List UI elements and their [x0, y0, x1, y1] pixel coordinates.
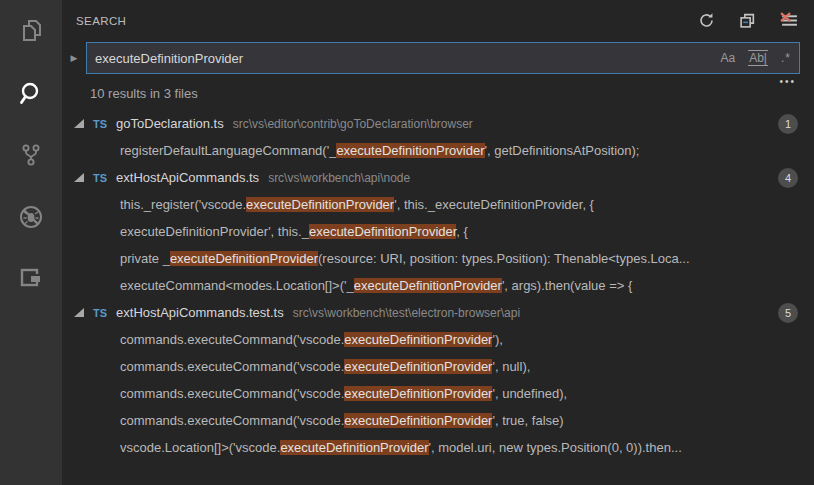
match-result-row[interactable]: commands.executeCommand('vscode.executeD… — [62, 326, 814, 353]
match-result-row[interactable]: vscode.Location[]>('vscode.executeDefini… — [62, 434, 814, 461]
match-result-row[interactable]: private _executeDefinitionProvider(resou… — [62, 245, 814, 272]
toggle-replace-chevron[interactable]: ▶ — [62, 42, 86, 74]
match-line-text: vscode.Location[]>('vscode.executeDefini… — [120, 440, 682, 455]
match-highlight: executeDefinitionProvider — [170, 251, 318, 266]
files-icon — [17, 17, 45, 45]
match-count-badge: 4 — [778, 168, 798, 188]
typescript-file-icon: TS — [93, 307, 107, 319]
summary-row: 10 results in 3 files ••• — [62, 74, 814, 106]
match-line-text: registerDefaultLanguageCommand('_execute… — [120, 143, 639, 158]
match-line-text: commands.executeCommand('vscode.executeD… — [120, 386, 567, 401]
match-case-icon[interactable]: Aa — [721, 52, 736, 64]
match-highlight: executeDefinitionProvider — [344, 386, 492, 401]
panel-title: SEARCH — [76, 15, 698, 27]
activity-bar — [0, 0, 62, 485]
sidebar-item-debug[interactable] — [0, 186, 62, 248]
search-results-tree: TSgoToDeclaration.tssrc\vs\editor\contri… — [62, 110, 814, 461]
match-highlight: executeDefinitionProvider — [309, 224, 456, 239]
match-highlight: executeDefinitionProvider — [354, 278, 502, 293]
refresh-icon[interactable] — [698, 12, 715, 29]
sidebar-item-source-control[interactable] — [0, 124, 62, 186]
file-name: extHostApiCommands.ts — [116, 170, 259, 185]
file-path: src\vs\workbench\test\electron-browser\a… — [293, 306, 520, 320]
match-highlight: executeDefinitionProvider — [344, 413, 492, 428]
search-input-row: ▶ Aa Ab| .* — [62, 40, 814, 74]
more-actions-icon[interactable]: ••• — [779, 76, 796, 87]
typescript-file-icon: TS — [93, 172, 107, 184]
match-line-text: commands.executeCommand('vscode.executeD… — [120, 413, 564, 428]
match-result-row[interactable]: executeCommand<modes.Location[]>('_execu… — [62, 272, 814, 299]
match-line-text: commands.executeCommand('vscode.executeD… — [120, 359, 530, 374]
clear-search-results-icon[interactable] — [780, 12, 798, 29]
match-highlight: executeDefinitionProvider — [344, 359, 492, 374]
collapse-all-icon[interactable] — [739, 12, 756, 29]
match-highlight: executeDefinitionProvider — [280, 440, 428, 455]
twisty-expanded-icon[interactable] — [74, 119, 84, 128]
match-count-badge: 1 — [778, 114, 798, 134]
results-summary: 10 results in 3 files — [90, 86, 198, 101]
match-line-text: commands.executeCommand('vscode.executeD… — [120, 332, 503, 347]
vscode-search-view: SEARCH — [0, 0, 814, 485]
sidebar-item-extensions[interactable] — [0, 248, 62, 310]
file-name: extHostApiCommands.test.ts — [116, 305, 284, 320]
file-name: goToDeclaration.ts — [116, 116, 224, 131]
search-box: Aa Ab| .* — [86, 42, 800, 74]
match-highlight: executeDefinitionProvider — [246, 197, 394, 212]
match-line-text: executeDefinitionProvider', this._execut… — [120, 224, 468, 239]
debug-icon — [17, 203, 45, 231]
file-path: src\vs\workbench\api\node — [268, 171, 410, 185]
match-result-row[interactable]: this._register('vscode.executeDefinition… — [62, 191, 814, 218]
extensions-icon — [17, 265, 45, 293]
match-highlight: executeDefinitionProvider — [344, 332, 492, 347]
match-line-text: private _executeDefinitionProvider(resou… — [120, 251, 690, 266]
match-result-row[interactable]: commands.executeCommand('vscode.executeD… — [62, 407, 814, 434]
sidebar-item-explorer[interactable] — [0, 0, 62, 62]
panel-actions — [698, 12, 798, 29]
match-result-row[interactable]: commands.executeCommand('vscode.executeD… — [62, 353, 814, 380]
match-line-text: executeCommand<modes.Location[]>('_execu… — [120, 278, 632, 293]
twisty-expanded-icon[interactable] — [74, 173, 84, 182]
file-path: src\vs\editor\contrib\goToDeclaration\br… — [233, 117, 473, 131]
panel-header: SEARCH — [62, 0, 814, 40]
typescript-file-icon: TS — [93, 118, 107, 130]
search-icon — [17, 79, 45, 107]
search-panel: SEARCH — [62, 0, 814, 485]
file-result-row[interactable]: TSextHostApiCommands.tssrc\vs\workbench\… — [62, 164, 814, 191]
whole-word-icon[interactable]: Ab| — [748, 50, 768, 66]
match-result-row[interactable]: commands.executeCommand('vscode.executeD… — [62, 380, 814, 407]
file-result-row[interactable]: TSextHostApiCommands.test.tssrc\vs\workb… — [62, 299, 814, 326]
search-options: Aa Ab| .* — [721, 50, 794, 66]
match-result-row[interactable]: executeDefinitionProvider', this._execut… — [62, 218, 814, 245]
match-count-badge: 5 — [778, 303, 798, 323]
regex-icon[interactable]: .* — [781, 52, 791, 64]
source-control-icon — [18, 142, 44, 168]
match-line-text: this._register('vscode.executeDefinition… — [120, 197, 594, 212]
file-result-row[interactable]: TSgoToDeclaration.tssrc\vs\editor\contri… — [62, 110, 814, 137]
sidebar-item-search[interactable] — [0, 62, 62, 124]
match-highlight: executeDefinitionProvider — [336, 143, 484, 158]
search-input[interactable] — [95, 51, 721, 66]
twisty-expanded-icon[interactable] — [74, 308, 84, 317]
match-result-row[interactable]: registerDefaultLanguageCommand('_execute… — [62, 137, 814, 164]
